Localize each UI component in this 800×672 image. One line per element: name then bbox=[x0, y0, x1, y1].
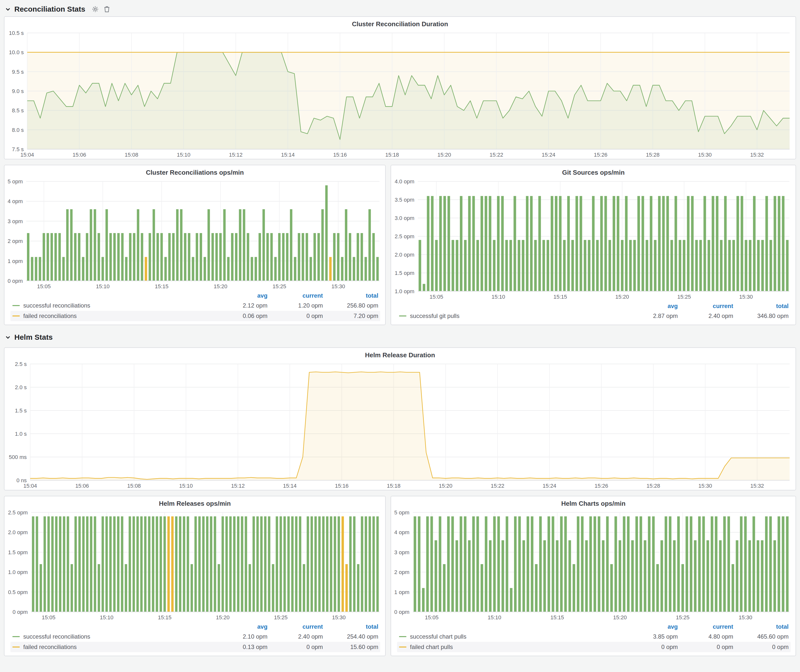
bar bbox=[98, 233, 100, 281]
row-title[interactable]: Reconciliation Stats bbox=[14, 5, 85, 13]
row-header-reconciliation-stats[interactable]: Reconciliation Stats bbox=[4, 2, 796, 16]
bar bbox=[539, 516, 542, 612]
trash-icon[interactable] bbox=[104, 6, 110, 13]
legend-col-total[interactable]: total bbox=[323, 623, 378, 630]
bar bbox=[506, 516, 508, 612]
panel-title[interactable]: Helm Release Duration bbox=[5, 348, 795, 360]
bar bbox=[137, 209, 139, 281]
bar bbox=[547, 240, 549, 291]
x-tick-label: 15:15 bbox=[158, 614, 171, 621]
bar bbox=[74, 233, 77, 281]
bar bbox=[145, 257, 147, 281]
bar bbox=[631, 540, 634, 612]
bar bbox=[86, 516, 88, 612]
bar bbox=[571, 240, 574, 291]
legend-col-current[interactable]: current bbox=[267, 292, 323, 299]
legend-col-current[interactable]: current bbox=[678, 623, 733, 630]
bar bbox=[192, 257, 194, 281]
bar bbox=[669, 516, 671, 612]
bar bbox=[605, 196, 607, 291]
series-current: 2.40 opm bbox=[678, 312, 733, 319]
bar bbox=[309, 257, 312, 281]
y-tick-label: 1.5 opm bbox=[8, 549, 28, 555]
legend-col-avg[interactable]: avg bbox=[622, 623, 678, 630]
bar bbox=[214, 516, 216, 612]
bar bbox=[46, 233, 49, 281]
bar bbox=[43, 516, 46, 612]
series-avg: 0.13 opm bbox=[212, 643, 267, 650]
series-name[interactable]: successful chart pulls bbox=[410, 633, 622, 640]
row-title[interactable]: Helm Stats bbox=[14, 333, 53, 341]
chart-git-sources-ops[interactable]: 1.0 opm1.5 opm2.0 opm2.5 opm3.0 opm3.5 o… bbox=[391, 178, 795, 301]
x-tick-label: 15:20 bbox=[616, 294, 629, 300]
bar bbox=[456, 540, 458, 612]
chart-helm-charts-ops[interactable]: 0 opm1 opm2 opm3 opm4 opm5 opm15:0515:10… bbox=[391, 509, 795, 622]
panel-title[interactable]: Cluster Reconciliations ops/min bbox=[5, 165, 385, 178]
row-header-helm-stats[interactable]: Helm Stats bbox=[4, 331, 796, 344]
series-swatch bbox=[12, 636, 20, 637]
series-name[interactable]: failed reconciliations bbox=[23, 643, 212, 650]
bar bbox=[299, 516, 301, 612]
bar bbox=[157, 233, 159, 281]
legend-col-current[interactable]: current bbox=[678, 302, 733, 310]
bar bbox=[576, 196, 578, 291]
series-total: 346.80 opm bbox=[733, 312, 789, 319]
bar bbox=[274, 257, 277, 281]
bar bbox=[48, 516, 50, 612]
bar bbox=[720, 240, 723, 291]
series-name[interactable]: failed reconciliations bbox=[23, 312, 212, 319]
legend-col-avg[interactable]: avg bbox=[212, 292, 267, 299]
series-name[interactable]: successful git pulls bbox=[410, 312, 622, 319]
x-tick-label: 15:15 bbox=[550, 614, 564, 621]
x-tick-label: 15:20 bbox=[439, 483, 453, 489]
series-swatch bbox=[399, 636, 406, 637]
bar bbox=[227, 257, 230, 281]
x-tick-label: 15:28 bbox=[646, 152, 659, 158]
bar bbox=[190, 564, 193, 612]
bar bbox=[175, 516, 178, 612]
x-tick-label: 15:28 bbox=[646, 483, 660, 489]
series-name[interactable]: failed chart pulls bbox=[410, 643, 622, 650]
bar bbox=[617, 196, 619, 291]
chart-cluster-reconciliations-ops[interactable]: 0 opm1 opm2 opm3 opm4 opm5 opm15:0515:10… bbox=[5, 178, 385, 290]
legend-col-total[interactable]: total bbox=[323, 292, 378, 299]
chart-cluster-reconciliation-duration[interactable]: 7.5 s8.0 s8.5 s9.0 s9.5 s10.0 s10.5 s15:… bbox=[5, 29, 795, 159]
panel-title[interactable]: Cluster Reconciliation Duration bbox=[5, 17, 795, 29]
x-tick-label: 15:30 bbox=[739, 614, 752, 621]
bar bbox=[160, 516, 162, 612]
chart-helm-release-duration[interactable]: 0 ns500 ms1.0 s1.5 s2.0 s2.5 s15:0415:06… bbox=[5, 360, 795, 490]
bar bbox=[745, 240, 747, 291]
bar bbox=[121, 233, 124, 281]
chart-helm-releases-ops[interactable]: 0 opm0.5 opm1.0 opm1.5 opm2.0 opm2.5 opm… bbox=[5, 509, 385, 622]
bar bbox=[414, 516, 416, 612]
bar bbox=[345, 209, 347, 281]
legend-col-avg[interactable]: avg bbox=[622, 302, 678, 310]
bar bbox=[712, 196, 714, 291]
legend-col-total[interactable]: total bbox=[733, 302, 789, 310]
y-tick-label: 4 opm bbox=[394, 529, 410, 535]
legend-col-avg[interactable]: avg bbox=[212, 623, 267, 630]
bar bbox=[187, 516, 189, 612]
bar bbox=[646, 240, 648, 291]
bar bbox=[106, 516, 108, 612]
bar bbox=[699, 240, 702, 291]
legend-col-total[interactable]: total bbox=[733, 623, 789, 630]
series-name[interactable]: successful reconciliations bbox=[23, 633, 212, 640]
series-avg: 2.10 opm bbox=[212, 633, 267, 640]
x-tick-label: 15:25 bbox=[273, 283, 286, 290]
panel-title[interactable]: Helm Charts ops/min bbox=[391, 496, 795, 509]
bar bbox=[290, 209, 293, 281]
panel-title[interactable]: Git Sources ops/min bbox=[391, 165, 795, 178]
bar bbox=[222, 516, 224, 612]
panel-title[interactable]: Helm Releases ops/min bbox=[5, 496, 385, 509]
series-current: 2.40 opm bbox=[267, 633, 323, 640]
bar bbox=[506, 240, 508, 291]
series-total: 15.60 opm bbox=[323, 643, 378, 650]
x-tick-label: 15:12 bbox=[229, 152, 242, 158]
series-name[interactable]: successful reconciliations bbox=[23, 302, 212, 309]
legend-col-current[interactable]: current bbox=[267, 623, 323, 630]
x-tick-label: 15:32 bbox=[750, 152, 764, 158]
bar bbox=[481, 196, 483, 291]
gear-icon[interactable] bbox=[92, 6, 99, 13]
y-tick-label: 2.0 opm bbox=[8, 529, 28, 535]
